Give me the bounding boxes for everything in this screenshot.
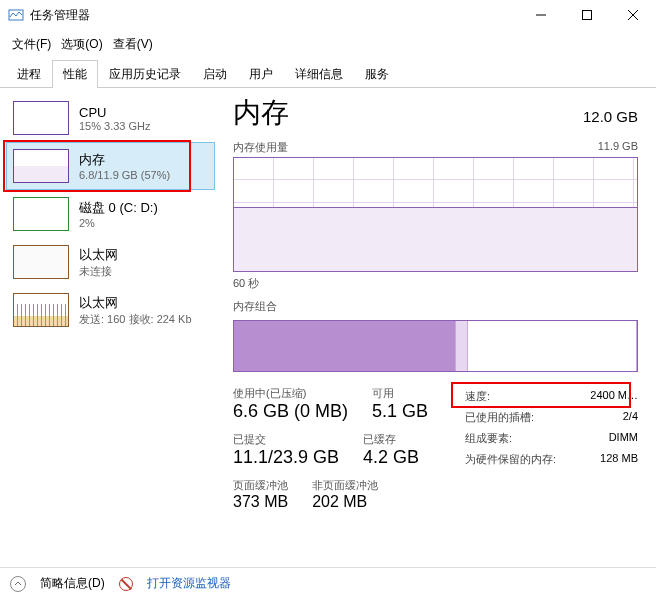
cached-value: 4.2 GB bbox=[363, 447, 419, 468]
form-factor-label: 组成要素: bbox=[465, 431, 512, 446]
tab-services[interactable]: 服务 bbox=[354, 60, 400, 88]
menu-view[interactable]: 查看(V) bbox=[109, 34, 157, 55]
sidebar-title: 以太网 bbox=[79, 246, 118, 264]
menu-options[interactable]: 选项(O) bbox=[57, 34, 106, 55]
app-icon bbox=[8, 7, 24, 23]
tab-users[interactable]: 用户 bbox=[238, 60, 284, 88]
memory-total: 12.0 GB bbox=[583, 108, 638, 125]
nonpaged-pool-value: 202 MB bbox=[312, 493, 378, 511]
ethernet-thumb-icon bbox=[13, 245, 69, 279]
tab-performance[interactable]: 性能 bbox=[52, 60, 98, 88]
chevron-up-icon[interactable] bbox=[10, 576, 26, 592]
window-title: 任务管理器 bbox=[30, 7, 518, 24]
tab-processes[interactable]: 进程 bbox=[6, 60, 52, 88]
sidebar-title: 内存 bbox=[79, 151, 170, 169]
sidebar-item-ethernet-1[interactable]: 以太网未连接 bbox=[6, 238, 215, 286]
sidebar-item-disk[interactable]: 磁盘 0 (C: D:)2% bbox=[6, 190, 215, 238]
cpu-thumb-icon bbox=[13, 101, 69, 135]
committed-value: 11.1/23.9 GB bbox=[233, 447, 339, 468]
sidebar-item-memory[interactable]: 内存6.8/11.9 GB (57%) bbox=[6, 142, 215, 190]
sidebar-title: 磁盘 0 (C: D:) bbox=[79, 199, 158, 217]
available-label: 可用 bbox=[372, 386, 428, 401]
performance-sidebar: CPU15% 3.33 GHz 内存6.8/11.9 GB (57%) 磁盘 0… bbox=[0, 88, 215, 568]
tab-bar: 进程 性能 应用历史记录 启动 用户 详细信息 服务 bbox=[0, 59, 656, 88]
open-resource-monitor-link[interactable]: 打开资源监视器 bbox=[147, 575, 231, 592]
available-value: 5.1 GB bbox=[372, 401, 428, 422]
in-use-value: 6.6 GB (0 MB) bbox=[233, 401, 348, 422]
sidebar-sub: 6.8/11.9 GB (57%) bbox=[79, 169, 170, 181]
memory-thumb-icon bbox=[13, 149, 69, 183]
sidebar-sub: 未连接 bbox=[79, 264, 118, 279]
speed-value: 2400 M… bbox=[590, 389, 638, 404]
maximize-button[interactable] bbox=[564, 0, 610, 30]
in-use-label: 使用中(已压缩) bbox=[233, 386, 348, 401]
memory-stats-left: 使用中(已压缩)6.6 GB (0 MB) 可用5.1 GB 已提交11.1/2… bbox=[233, 386, 453, 521]
usage-chart-max: 11.9 GB bbox=[598, 140, 638, 155]
tab-app-history[interactable]: 应用历史记录 bbox=[98, 60, 192, 88]
committed-label: 已提交 bbox=[233, 432, 339, 447]
composition-label: 内存组合 bbox=[233, 299, 638, 314]
sidebar-title: CPU bbox=[79, 105, 151, 120]
footer-bar: 简略信息(D) 打开资源监视器 bbox=[0, 567, 656, 599]
tab-startup[interactable]: 启动 bbox=[192, 60, 238, 88]
sidebar-title: 以太网 bbox=[79, 294, 192, 312]
nonpaged-pool-label: 非页面缓冲池 bbox=[312, 478, 378, 493]
page-title: 内存 bbox=[233, 94, 289, 132]
tab-details[interactable]: 详细信息 bbox=[284, 60, 354, 88]
brief-view-link[interactable]: 简略信息(D) bbox=[40, 575, 105, 592]
ethernet-thumb-icon bbox=[13, 293, 69, 327]
sidebar-sub: 发送: 160 接收: 224 Kb bbox=[79, 312, 192, 327]
resource-monitor-icon bbox=[119, 577, 133, 591]
menu-file[interactable]: 文件(F) bbox=[8, 34, 55, 55]
svg-rect-2 bbox=[583, 11, 592, 20]
slots-label: 已使用的插槽: bbox=[465, 410, 534, 425]
memory-stats-right: 速度:2400 M… 已使用的插槽:2/4 组成要素:DIMM 为硬件保留的内存… bbox=[453, 386, 638, 521]
hw-reserved-value: 128 MB bbox=[600, 452, 638, 467]
memory-usage-chart[interactable] bbox=[233, 157, 638, 272]
paged-pool-label: 页面缓冲池 bbox=[233, 478, 288, 493]
cached-label: 已缓存 bbox=[363, 432, 419, 447]
time-axis-label: 60 秒 bbox=[233, 276, 638, 291]
slots-value: 2/4 bbox=[623, 410, 638, 425]
minimize-button[interactable] bbox=[518, 0, 564, 30]
close-button[interactable] bbox=[610, 0, 656, 30]
sidebar-sub: 2% bbox=[79, 217, 158, 229]
titlebar: 任务管理器 bbox=[0, 0, 656, 30]
disk-thumb-icon bbox=[13, 197, 69, 231]
sidebar-sub: 15% 3.33 GHz bbox=[79, 120, 151, 132]
usage-chart-label: 内存使用量 bbox=[233, 140, 288, 155]
sidebar-item-cpu[interactable]: CPU15% 3.33 GHz bbox=[6, 94, 215, 142]
menubar: 文件(F) 选项(O) 查看(V) bbox=[0, 30, 656, 59]
speed-label: 速度: bbox=[465, 389, 490, 404]
paged-pool-value: 373 MB bbox=[233, 493, 288, 511]
form-factor-value: DIMM bbox=[609, 431, 638, 446]
hw-reserved-label: 为硬件保留的内存: bbox=[465, 452, 556, 467]
memory-composition-chart[interactable] bbox=[233, 320, 638, 372]
memory-panel: 内存 12.0 GB 内存使用量11.9 GB 60 秒 内存组合 使用中(已压… bbox=[215, 88, 656, 568]
sidebar-item-ethernet-2[interactable]: 以太网发送: 160 接收: 224 Kb bbox=[6, 286, 215, 334]
